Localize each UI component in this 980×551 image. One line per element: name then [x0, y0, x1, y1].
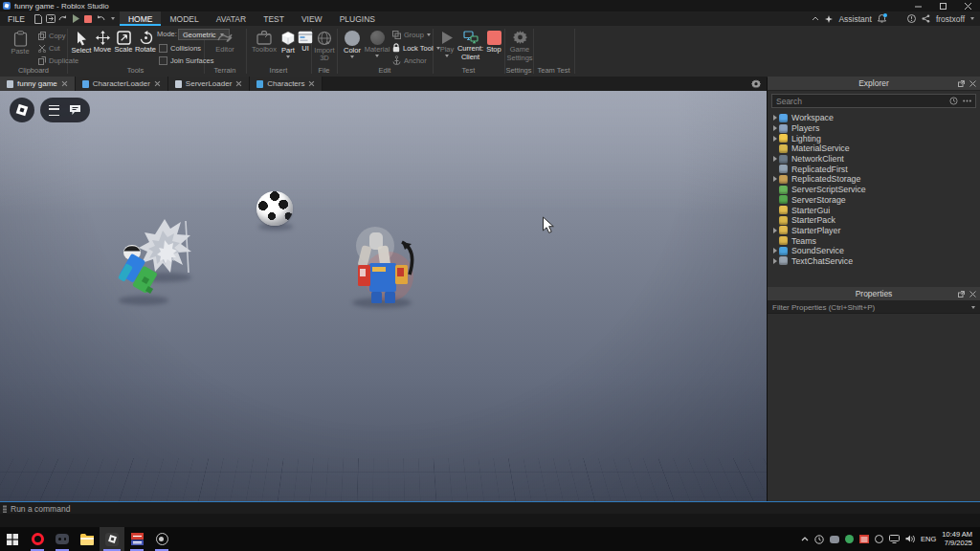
toolbox-button[interactable]: Toolbox — [250, 31, 278, 54]
close-tab-icon[interactable] — [308, 80, 315, 87]
tab-test[interactable]: TEST — [255, 11, 293, 26]
close-button[interactable] — [955, 0, 980, 11]
tree-item-networkclient[interactable]: NetworkClient — [771, 154, 980, 165]
expand-arrow-icon[interactable] — [771, 115, 779, 121]
tab-plugins[interactable]: PLUGINS — [331, 11, 384, 26]
expand-arrow-icon[interactable] — [771, 217, 779, 223]
tree-item-players[interactable]: Players — [771, 123, 980, 134]
doc-tab-serverloader[interactable]: ServerLoader — [168, 77, 250, 91]
chat-icon[interactable] — [69, 104, 81, 116]
3d-viewport[interactable] — [0, 91, 767, 501]
redo-icon[interactable] — [57, 11, 70, 26]
collapse-ribbon-icon[interactable] — [812, 16, 819, 21]
tree-item-starterpack[interactable]: StarterPack — [771, 215, 980, 226]
play-quick-icon[interactable] — [70, 11, 82, 26]
search-options-icon[interactable] — [963, 99, 971, 102]
tray-discord-icon[interactable] — [830, 536, 839, 543]
game-settings-button[interactable]: Game Settings — [508, 31, 531, 62]
help-icon[interactable] — [907, 14, 916, 23]
color-caret-icon[interactable] — [350, 55, 354, 58]
move-tool-button[interactable]: Move — [92, 31, 113, 54]
close-tab-icon[interactable] — [235, 80, 242, 87]
duplicate-button[interactable]: Duplicate — [38, 56, 78, 65]
file-explorer-icon[interactable] — [75, 527, 100, 551]
group-button[interactable]: Group — [392, 31, 431, 39]
expand-arrow-icon[interactable] — [771, 238, 779, 244]
properties-header[interactable]: Properties — [768, 287, 980, 301]
rotate-tool-button[interactable]: Rotate — [134, 31, 157, 54]
roblox-studio-taskbar-icon[interactable] — [100, 527, 124, 551]
tray-expand-icon[interactable] — [801, 537, 809, 541]
properties-filter-input[interactable]: Filter Properties (Ctrl+Shift+P) — [768, 301, 980, 314]
tree-item-workspace[interactable]: Workspace — [771, 113, 980, 123]
popout-icon[interactable] — [958, 80, 965, 87]
viewport-settings-gear-icon[interactable] — [751, 77, 767, 91]
expand-arrow-icon[interactable] — [771, 258, 779, 264]
anchor-button[interactable]: Anchor — [392, 55, 427, 65]
expand-arrow-icon[interactable] — [771, 248, 779, 253]
soccer-ball[interactable] — [256, 191, 293, 226]
expand-arrow-icon[interactable] — [771, 208, 779, 213]
opera-icon[interactable] — [25, 527, 50, 551]
close-tab-icon[interactable] — [154, 80, 161, 87]
expand-arrow-icon[interactable] — [771, 136, 779, 142]
explorer-header[interactable]: Explorer — [768, 77, 980, 91]
doc-tab-characters[interactable]: Characters — [250, 77, 323, 91]
doc-tab-characterloader[interactable]: CharacterLoader — [76, 77, 168, 91]
file-menu[interactable]: FILE — [0, 11, 33, 26]
expand-arrow-icon[interactable] — [771, 156, 779, 162]
drag-handle-icon[interactable] — [3, 505, 7, 513]
share-icon[interactable] — [922, 14, 930, 23]
color-button[interactable]: Color — [341, 31, 364, 58]
voicemeeter-icon[interactable] — [124, 527, 149, 551]
terrain-editor-button[interactable]: Editor — [210, 31, 240, 54]
expand-arrow-icon[interactable] — [771, 176, 779, 182]
import-3d-button[interactable]: Import 3D — [314, 31, 335, 62]
join-surfaces-checkbox-box[interactable] — [159, 56, 167, 65]
discord-icon[interactable] — [50, 527, 75, 551]
tree-item-startergui[interactable]: StarterGui — [771, 205, 980, 215]
explorer-search-input[interactable]: Search — [771, 94, 976, 108]
select-tool-button[interactable]: Select — [71, 31, 92, 55]
tab-view[interactable]: VIEW — [293, 11, 331, 26]
tree-item-serverstorage[interactable]: ServerStorage — [771, 195, 980, 206]
user-menu-caret-icon[interactable] — [970, 17, 974, 20]
tray-red-stripes-icon[interactable] — [859, 535, 869, 543]
notification-bell-icon[interactable] — [878, 14, 886, 23]
join-surfaces-checkbox[interactable]: Join Surfaces — [159, 56, 213, 65]
current-client-button[interactable]: Current: Client — [457, 31, 483, 61]
assistant-button[interactable]: Assistant — [838, 14, 872, 24]
stop-button[interactable]: Stop — [484, 31, 503, 54]
tab-avatar[interactable]: AVATAR — [208, 11, 256, 26]
expand-arrow-icon[interactable] — [771, 228, 779, 233]
copy-button[interactable]: Copy — [38, 32, 66, 40]
tree-item-serverscriptservice[interactable]: ServerScriptService — [771, 185, 980, 195]
lock-tool-button[interactable]: Lock Tool — [392, 43, 440, 53]
tray-green-app-icon[interactable] — [845, 535, 854, 543]
tree-item-starterplayer[interactable]: StarterPlayer — [771, 226, 980, 236]
tray-record-icon[interactable] — [875, 535, 883, 543]
tab-model[interactable]: MODEL — [161, 11, 207, 26]
tab-home[interactable]: HOME — [120, 11, 162, 26]
start-button[interactable] — [0, 527, 25, 551]
stop-quick-icon[interactable] — [82, 11, 95, 26]
expand-arrow-icon[interactable] — [771, 125, 779, 131]
open-icon[interactable] — [45, 11, 57, 26]
scale-tool-button[interactable]: Scale — [113, 31, 134, 54]
material-caret-icon[interactable] — [375, 55, 379, 57]
ui-button[interactable]: UI — [298, 31, 313, 53]
clock[interactable]: 10:49 AM 7/9/2025 — [942, 531, 976, 547]
tree-item-replicatedfirst[interactable]: ReplicatedFirst — [771, 164, 980, 174]
search-history-icon[interactable] — [949, 97, 958, 105]
tray-display-icon[interactable] — [889, 535, 900, 543]
quick-access-chevron-icon[interactable] — [107, 11, 120, 26]
undo-icon[interactable] — [95, 11, 107, 26]
tree-item-soundservice[interactable]: SoundService — [771, 246, 980, 256]
doc-tab-funny-game[interactable]: funny game — [0, 77, 76, 91]
popout-icon[interactable] — [958, 291, 965, 298]
close-panel-icon[interactable] — [969, 291, 976, 298]
tree-item-materialservice[interactable]: MaterialService — [771, 143, 980, 154]
expand-arrow-icon[interactable] — [771, 145, 779, 151]
expand-arrow-icon[interactable] — [771, 187, 779, 192]
maximize-button[interactable] — [930, 0, 955, 11]
